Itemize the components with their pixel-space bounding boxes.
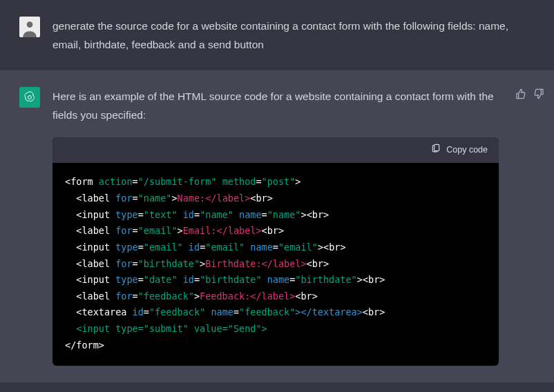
assistant-avatar — [19, 87, 40, 108]
user-avatar — [19, 17, 40, 37]
user-message: generate the source code for a website c… — [0, 0, 554, 70]
svg-point-1 — [28, 96, 32, 99]
assistant-intro-text: Here is an example of the HTML source co… — [52, 87, 502, 124]
assistant-content: Here is an example of the HTML source co… — [52, 87, 515, 366]
copy-code-label: Copy code — [446, 143, 488, 158]
assistant-message: Here is an example of the HTML source co… — [0, 70, 554, 382]
svg-rect-2 — [434, 144, 439, 150]
thumbs-up-icon[interactable] — [515, 88, 526, 366]
code-block: Copy code <form action="/submit-form" me… — [52, 137, 499, 366]
clipboard-icon — [431, 143, 441, 158]
user-text: generate the source code for a website c… — [52, 17, 522, 54]
copy-code-button[interactable]: Copy code — [431, 143, 488, 158]
svg-point-0 — [27, 21, 33, 28]
code-header: Copy code — [52, 137, 499, 164]
message-actions — [515, 87, 554, 366]
thumbs-down-icon[interactable] — [533, 88, 544, 366]
code-content[interactable]: <form action="/submit-form" method="post… — [52, 163, 499, 366]
